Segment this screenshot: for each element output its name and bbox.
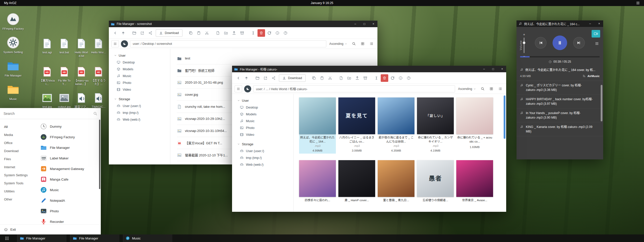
open-external-button[interactable] — [139, 29, 146, 37]
info-button[interactable] — [397, 74, 404, 82]
music-file-card[interactable]: 世界東京 _ Avase... — [456, 160, 493, 204]
cast-button[interactable] — [592, 30, 600, 38]
window-titlebar[interactable]: File Manager - 柘榴-zakuro- – □ × — [232, 66, 506, 72]
desktop-shortcut[interactable]: Music — [1, 83, 25, 101]
launcher-app-item[interactable]: Management Gateway — [40, 163, 98, 174]
list-view-button[interactable] — [368, 40, 375, 47]
desktop-file[interactable]: test.jpg — [39, 92, 56, 109]
launcher-app-item[interactable]: Photo — [40, 206, 98, 216]
upload-button[interactable] — [230, 29, 238, 37]
desktop-file[interactable]: HD 【東方Vocal... — [39, 66, 56, 86]
launcher-app-item[interactable]: Manga Cafe — [40, 174, 98, 185]
refresh-button[interactable] — [266, 29, 273, 37]
launcher-category[interactable]: Files — [4, 155, 38, 163]
desktop-file[interactable]: HD 【maru~yu kimin...】 — [73, 66, 90, 86]
launcher-app-item[interactable]: FFmpeg Factory — [40, 132, 98, 142]
sidebar-item[interactable]: User (user:/) — [114, 102, 170, 109]
launcher-category[interactable]: All — [4, 123, 38, 131]
launcher-category[interactable]: Other — [4, 195, 38, 203]
open-button[interactable] — [254, 74, 261, 82]
sidebar-item[interactable]: Video — [114, 86, 170, 93]
minimize-button[interactable]: – — [480, 66, 488, 72]
window-titlebar[interactable]: File Manager - screenshot – □ × — [109, 21, 377, 27]
sidebar-item[interactable]: Photo — [114, 79, 170, 86]
launcher-category[interactable]: System Tools — [4, 179, 38, 187]
desktop-file[interactable]: output.jpg — [56, 92, 73, 109]
playlist-item[interactable]: In Your Hands _ yusukeP cover. by 柘榴-zak… — [517, 109, 603, 122]
desktop-file[interactable]: 波音リツ... — [73, 92, 90, 109]
sort-select[interactable]: Ascending — [457, 87, 477, 91]
desktop-file[interactable]: TWAGIC... — [90, 92, 107, 109]
volume-down-button[interactable]: − — [523, 54, 525, 58]
list-view-button[interactable] — [497, 85, 504, 92]
volume-slider[interactable] — [524, 38, 525, 53]
search-button[interactable] — [479, 85, 486, 92]
volume-up-button[interactable]: + — [523, 32, 525, 37]
music-file-card[interactable]: 君が夜の海に還るまで _ こんにちは谷田... .mp3 4.35MB — [378, 97, 414, 154]
cut-button[interactable] — [203, 29, 211, 37]
volume-slider-thumb[interactable] — [523, 42, 525, 44]
download-button[interactable]: Download — [279, 74, 306, 82]
launcher-category[interactable]: Download — [4, 147, 38, 155]
archive-button[interactable] — [362, 74, 369, 82]
refresh-button[interactable] — [389, 74, 396, 82]
trash-button[interactable] — [381, 74, 388, 82]
info-button[interactable] — [274, 29, 281, 37]
paste-button[interactable] — [318, 74, 326, 82]
sidebar-item[interactable]: User (user:/) — [237, 148, 293, 154]
launcher-category[interactable]: Utilities — [4, 187, 38, 195]
sidebar-item[interactable]: Video — [237, 131, 293, 138]
minimize-button[interactable]: – — [587, 20, 594, 27]
sidebar-item[interactable]: Photo — [237, 124, 293, 131]
close-button[interactable]: × — [499, 66, 506, 72]
sidebar-item[interactable]: Web (web:/) — [114, 116, 170, 123]
search-button[interactable] — [350, 40, 357, 47]
taskbar-item[interactable]: File Manager — [70, 234, 119, 242]
launcher-app-item[interactable]: Label Maker — [40, 153, 98, 163]
launcher-category[interactable]: System Settings — [4, 171, 38, 179]
player-menu-button[interactable] — [594, 42, 599, 46]
maximize-button[interactable]: □ — [490, 66, 497, 72]
paste-button[interactable] — [195, 29, 203, 37]
music-file-card[interactable]: 菫と薔薇 _ 青九日... — [378, 160, 414, 204]
launcher-app-item[interactable]: NotepadA — [40, 195, 98, 206]
desktop-shortcut[interactable]: System Setting — [1, 36, 25, 54]
upload-button[interactable] — [353, 74, 361, 82]
new-folder-button[interactable] — [345, 74, 353, 82]
music-file-card[interactable]: 例えば、今此処に置かれた花に _ 164... .mp3 4.99MB — [299, 97, 336, 154]
desktop-file[interactable]: HD 【恋するうた】... — [90, 66, 107, 86]
launcher-category[interactable]: Media — [4, 131, 38, 139]
search-input[interactable] — [4, 112, 91, 116]
address-bar[interactable]: user: / ... / Hello World / 柘榴-zakuro- — [253, 85, 455, 92]
close-button[interactable]: × — [370, 21, 377, 27]
desktop-file[interactable]: test.agi — [39, 38, 56, 58]
file-row[interactable]: test — [177, 52, 371, 64]
sidebar-item[interactable]: Music — [237, 118, 293, 124]
menu-button[interactable] — [235, 85, 242, 92]
previous-track-button[interactable] — [535, 37, 546, 49]
new-folder-button[interactable] — [222, 29, 230, 37]
playlist-item[interactable]: KING _ Kanaria cover. by 柘榴-zakuro-.mp3 … — [517, 122, 603, 136]
launcher-app-item[interactable]: Dummy — [40, 121, 98, 132]
up-button[interactable] — [243, 74, 250, 82]
sidebar-item[interactable]: Desktop — [114, 59, 170, 66]
music-file-card[interactable]: 「寂しい」 命に嫌われている _ カンザキイオリ... .mp3 4.19MB — [417, 97, 454, 154]
share-button[interactable] — [147, 29, 154, 37]
sidebar-section-user[interactable]: User — [114, 52, 170, 59]
share-button[interactable] — [270, 74, 277, 82]
taskbar-item[interactable]: File Manager — [17, 234, 67, 242]
sort-select[interactable]: Ascending — [328, 42, 348, 46]
music-file-card[interactable]: 夏を見て 八月のレイニー _ はるまきごはん co... .mp3 3.06MB — [338, 97, 375, 154]
menu-button[interactable] — [111, 40, 119, 47]
launcher-category[interactable]: Office — [4, 139, 38, 147]
grid-view-button[interactable] — [359, 40, 366, 47]
help-button[interactable] — [405, 74, 412, 82]
archive-button[interactable] — [238, 29, 246, 37]
airmusic-badge[interactable]: AirMusic — [583, 74, 600, 78]
sidebar-item[interactable]: Music — [114, 73, 170, 79]
desktop-file[interactable]: Hello World.txt — [73, 38, 90, 58]
taskbar-item[interactable]: Music — [123, 234, 172, 242]
launcher-app-item[interactable]: Music — [40, 185, 98, 195]
sidebar-section-storage[interactable]: Storage — [237, 141, 293, 148]
playlist-item[interactable]: HAPPY BIRTHDAY _ back number cover. by柘榴… — [517, 95, 603, 109]
